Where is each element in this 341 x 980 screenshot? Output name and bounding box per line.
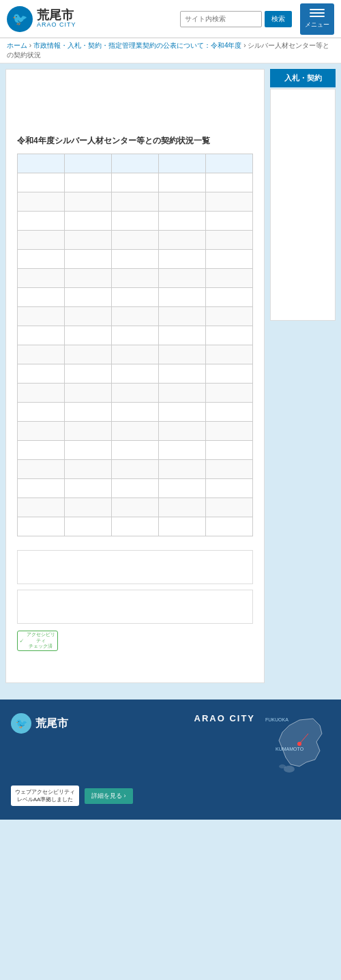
table-row [18, 403, 253, 422]
footer-detail-button[interactable]: 詳細を見る › [85, 788, 133, 804]
table-cell-11-0 [18, 384, 65, 403]
table-cell-9-1 [65, 345, 112, 364]
col-header-4 [159, 154, 206, 173]
footer-logo: 🐦 荒尾市 [11, 713, 68, 734]
table-cell-17-4 [206, 498, 253, 517]
table-cell-12-4 [206, 403, 253, 422]
table-cell-8-2 [112, 326, 159, 345]
table-cell-7-2 [112, 307, 159, 326]
table-row [18, 288, 253, 307]
data-table [17, 154, 253, 536]
table-cell-6-1 [65, 288, 112, 307]
table-cell-0-0 [18, 173, 65, 192]
table-cell-0-3 [159, 173, 206, 192]
site-header: 🐦 荒尾市 ARAO CITY 検索 メニュー [0, 0, 341, 38]
sidebar-section-title: 入札・契約 [270, 69, 336, 87]
table-cell-4-2 [112, 250, 159, 269]
table-cell-12-1 [65, 403, 112, 422]
footer-accessibility: ウェブアクセシビリティレベルAA準拠しました 詳細を見る › [11, 786, 330, 806]
table-cell-0-1 [65, 173, 112, 192]
table-cell-3-0 [18, 231, 65, 250]
japan-map-svg: FUKUOKA KUMAMOTO [262, 713, 337, 775]
table-row [18, 441, 253, 460]
table-cell-18-4 [206, 517, 253, 536]
table-cell-4-0 [18, 250, 65, 269]
main-layout: 令和4年度シルバー人材センター等との契約状況一覧 ✓ [0, 63, 341, 689]
menu-bar-2 [310, 12, 325, 14]
table-cell-15-0 [18, 460, 65, 479]
table-cell-9-2 [112, 345, 159, 364]
table-cell-18-1 [65, 517, 112, 536]
table-cell-5-4 [206, 269, 253, 288]
table-cell-4-4 [206, 250, 253, 269]
table-cell-18-2 [112, 517, 159, 536]
table-cell-3-1 [65, 231, 112, 250]
table-cell-11-4 [206, 384, 253, 403]
table-cell-10-1 [65, 364, 112, 384]
search-button[interactable]: 検索 [265, 11, 292, 27]
table-cell-17-2 [112, 498, 159, 517]
table-cell-13-1 [65, 422, 112, 441]
table-cell-10-3 [159, 364, 206, 384]
footer-logo-kanji: 荒尾市 [35, 717, 68, 731]
table-cell-1-2 [112, 192, 159, 212]
table-cell-0-4 [206, 173, 253, 192]
table-cell-17-3 [159, 498, 206, 517]
footer-accessibility-text: ウェブアクセシビリティレベルAA準拠しました [15, 789, 75, 803]
logo-romaji: ARAO CITY [37, 22, 76, 29]
table-row [18, 173, 253, 192]
table-cell-12-2 [112, 403, 159, 422]
table-cell-17-0 [18, 498, 65, 517]
table-cell-14-0 [18, 441, 65, 460]
table-row [18, 384, 253, 403]
table-cell-17-1 [65, 498, 112, 517]
accessibility-text: アクセシビリティチェック済 [25, 632, 56, 649]
table-cell-1-0 [18, 192, 65, 212]
table-row [18, 345, 253, 364]
table-cell-3-4 [206, 231, 253, 250]
footer-accessibility-box: ウェブアクセシビリティレベルAA準拠しました [11, 786, 79, 806]
sidebar: 入札・契約 [270, 69, 336, 321]
footer-map-area: FUKUOKA KUMAMOTO [262, 713, 330, 775]
table-cell-6-4 [206, 288, 253, 307]
table-cell-4-3 [159, 250, 206, 269]
menu-button[interactable]: メニュー [300, 3, 334, 35]
table-cell-9-4 [206, 345, 253, 364]
table-cell-1-3 [159, 192, 206, 212]
footer-bird-icon: 🐦 [11, 713, 31, 734]
accessibility-badge: ✓ アクセシビリティチェック済 [17, 631, 253, 651]
footer-city-name: ARAO CITY [194, 713, 256, 723]
table-cell-13-0 [18, 422, 65, 441]
col-header-2 [65, 154, 112, 173]
table-cell-5-3 [159, 269, 206, 288]
table-cell-13-2 [112, 422, 159, 441]
table-row [18, 364, 253, 384]
accessibility-check-icon: ✓ [19, 638, 24, 644]
table-cell-2-0 [18, 212, 65, 231]
table-cell-18-3 [159, 517, 206, 536]
breadcrumb-home[interactable]: ホーム [7, 42, 27, 49]
table-row [18, 326, 253, 345]
table-cell-15-4 [206, 460, 253, 479]
col-header-3 [112, 154, 159, 173]
table-cell-1-1 [65, 192, 112, 212]
table-cell-10-4 [206, 364, 253, 384]
table-row [18, 307, 253, 326]
table-row [18, 250, 253, 269]
table-cell-11-2 [112, 384, 159, 403]
breadcrumb-level2[interactable]: 市政情報・入札・契約・指定管理業契約の公表について：令和4年度 [33, 42, 242, 49]
table-cell-2-2 [112, 212, 159, 231]
svg-text:FUKUOKA: FUKUOKA [265, 717, 288, 722]
search-input[interactable] [180, 11, 262, 27]
accessibility-icon: ✓ アクセシビリティチェック済 [17, 631, 58, 651]
table-cell-6-2 [112, 288, 159, 307]
footer-right: ARAO CITY FUKUOKA KUMAMOTO [194, 713, 331, 775]
table-cell-15-2 [112, 460, 159, 479]
table-cell-2-4 [206, 212, 253, 231]
table-cell-5-0 [18, 269, 65, 288]
table-cell-6-0 [18, 288, 65, 307]
table-cell-6-3 [159, 288, 206, 307]
logo-text: 荒尾市 ARAO CITY [37, 9, 76, 29]
table-cell-7-3 [159, 307, 206, 326]
table-cell-0-2 [112, 173, 159, 192]
